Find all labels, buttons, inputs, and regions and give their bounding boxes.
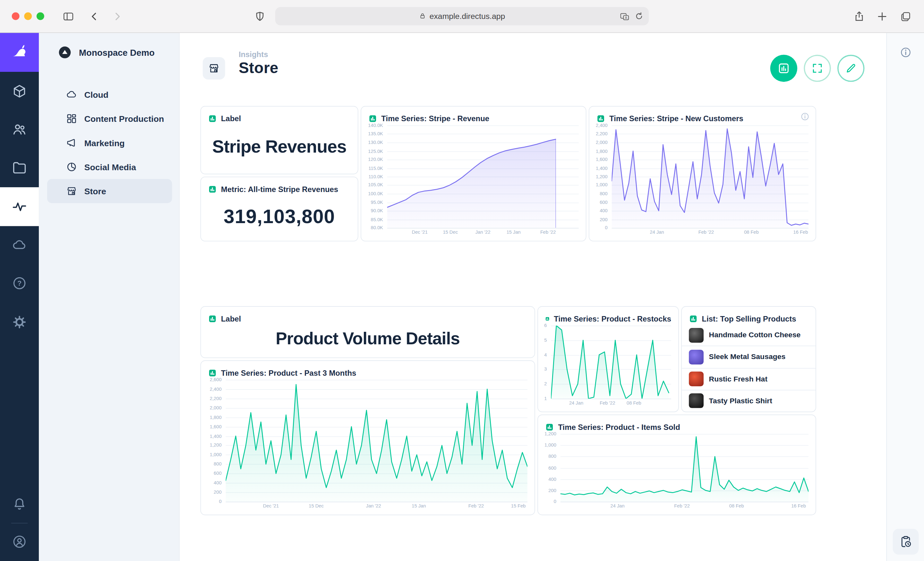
module-content-button[interactable] [12, 84, 27, 99]
y-tick-label: 1,200 [210, 443, 222, 448]
module-users-button[interactable] [12, 122, 27, 137]
user-avatar-button[interactable] [12, 534, 27, 549]
y-tick-label: 800 [214, 462, 222, 467]
gridline [387, 228, 579, 229]
minimize-button[interactable] [24, 12, 32, 20]
breadcrumb[interactable]: Insights [239, 50, 268, 59]
close-button[interactable] [12, 12, 20, 20]
panel-stripe-new-customers[interactable]: Time Series: Stripe - New Customers 2,40… [589, 106, 816, 241]
page-title: Store [239, 59, 279, 77]
svg-text:A: A [625, 16, 627, 19]
settings-gear-icon [12, 314, 27, 330]
sidebar-item-label: Marketing [84, 138, 125, 147]
x-tick-label: Feb '22 [468, 503, 484, 509]
sidebar-item-cloud[interactable]: Cloud [47, 82, 172, 106]
pencil-icon [845, 63, 857, 74]
panel-label-product[interactable]: Label Product Volume Details [200, 306, 535, 358]
panel-header: Time Series: Product - Items Sold [538, 415, 816, 433]
module-files-button[interactable] [12, 160, 27, 176]
product-name: Rustic Fresh Hat [709, 375, 767, 383]
sidebar-item-store[interactable]: Store [47, 179, 172, 203]
y-tick-label: 115.0K [368, 165, 383, 171]
chart-icon [208, 368, 217, 377]
panel-title: Label [221, 314, 241, 323]
panel-header: Metric: All-time Stripe Revenues [201, 177, 358, 195]
gridline [612, 228, 808, 229]
panel-title: Time Series: Product - Items Sold [558, 422, 680, 431]
list-item[interactable]: Rustic Fresh Hat [682, 368, 816, 389]
plot-area: 24 JanFeb '2208 Feb16 Feb [561, 434, 808, 502]
x-tick-label: Jan '22 [476, 229, 490, 235]
translate-icon[interactable]: A [620, 12, 629, 21]
activity-icon [12, 199, 27, 214]
sidebar-item-marketing[interactable]: Marketing [47, 131, 172, 155]
avatar-icon [12, 534, 27, 549]
x-axis: Dec '2115 DecJan '2215 JanFeb '2215 Feb [225, 503, 527, 510]
panel-title: Time Series: Stripe - New Customers [609, 114, 743, 123]
back-button[interactable] [88, 10, 100, 22]
shield-icon[interactable] [254, 10, 266, 22]
sidebar-toggle-button[interactable] [63, 10, 74, 22]
tabs-overview-button[interactable] [900, 10, 912, 22]
y-tick-label: 110.0K [368, 174, 383, 180]
panel-top-selling-products[interactable]: List: Top Selling Products Handmade Cott… [681, 306, 816, 412]
activity-log-button[interactable] [893, 529, 919, 555]
panel-stripe-revenue[interactable]: Time Series: Stripe - Revenue 140.0K135.… [361, 106, 586, 241]
insights-panel-button[interactable] [770, 55, 797, 82]
y-tick-label: 1,400 [596, 165, 608, 171]
project-logo [58, 45, 72, 59]
project-header[interactable]: Monospace Demo [39, 33, 180, 72]
cloud-icon [12, 237, 27, 253]
address-bar[interactable]: example.directus.app A [275, 7, 649, 25]
list-item[interactable]: Tasty Plastic Shirt [682, 389, 816, 411]
y-tick-label: 2,000 [210, 405, 222, 411]
y-tick-label: 80.0K [370, 225, 383, 231]
panel-title: Time Series: Stripe - Revenue [381, 114, 489, 123]
product-thumbnail [689, 328, 704, 343]
sidebar-item-social-media[interactable]: Social Media [47, 155, 172, 179]
y-tick-label: 3 [544, 367, 547, 372]
x-tick-label: 08 Feb [744, 229, 759, 235]
info-icon[interactable] [800, 112, 810, 121]
directus-logo[interactable] [0, 33, 39, 72]
metric-value: 319,103,800 [201, 196, 358, 238]
page-icon-chip [203, 57, 225, 79]
product-items-sold-chart: 1,2001,0008006004002000 24 JanFeb '2208 … [543, 434, 808, 502]
fullscreen-icon [812, 63, 823, 74]
edit-panels-button[interactable] [837, 55, 864, 82]
panel-label-stripe[interactable]: Label Stripe Revenues [200, 106, 358, 174]
info-button[interactable] [900, 46, 912, 58]
panel-product-restocks[interactable]: Time Series: Product - Restocks 654321 2… [537, 306, 679, 412]
y-tick-label: 1,000 [210, 452, 222, 458]
y-tick-label: 2,000 [596, 140, 608, 145]
product-name: Handmade Cotton Cheese [709, 331, 801, 339]
panel-title: Time Series: Product - Restocks [554, 314, 671, 323]
panel-metric-stripe-revenues[interactable]: Metric: All-time Stripe Revenues 319,103… [200, 177, 358, 241]
reload-button[interactable] [634, 12, 644, 21]
forward-button[interactable] [111, 10, 123, 22]
y-tick-label: 600 [600, 200, 608, 205]
panel-header: Time Series: Product - Past 3 Months [201, 361, 534, 378]
module-insights-button[interactable] [0, 187, 39, 226]
y-tick-label: 1,400 [210, 434, 222, 439]
module-help-button[interactable]: ? [12, 276, 27, 291]
module-cloud-button[interactable] [12, 237, 27, 253]
panel-product-items-sold[interactable]: Time Series: Product - Items Sold 1,2001… [537, 414, 816, 515]
help-icon: ? [12, 276, 27, 291]
y-tick-label: 1,800 [596, 148, 608, 154]
notifications-button[interactable] [12, 496, 27, 512]
new-tab-button[interactable] [876, 10, 888, 22]
chart-icon [368, 114, 377, 123]
list-item[interactable]: Handmade Cotton Cheese [682, 325, 816, 346]
product-thumbnail [689, 371, 704, 386]
share-button[interactable] [854, 10, 865, 22]
module-settings-button[interactable] [12, 314, 27, 330]
fullscreen-button[interactable] [804, 55, 831, 82]
zoom-button[interactable] [37, 12, 44, 20]
project-name: Monospace Demo [79, 48, 154, 57]
sidebar-item-content-production[interactable]: Content Production [47, 106, 172, 130]
series-svg [612, 125, 808, 228]
list-item[interactable]: Sleek Metal Sausages [682, 346, 816, 368]
x-tick-label: Dec '21 [263, 503, 279, 509]
panel-product-past-3-months[interactable]: Time Series: Product - Past 3 Months 2,6… [200, 361, 535, 515]
